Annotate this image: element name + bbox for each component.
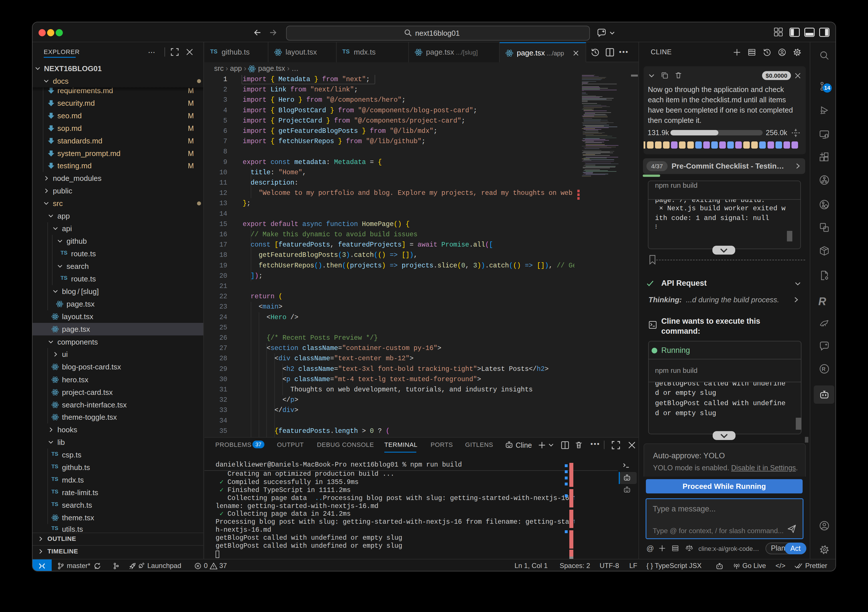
svg-text:R: R: [822, 366, 825, 372]
